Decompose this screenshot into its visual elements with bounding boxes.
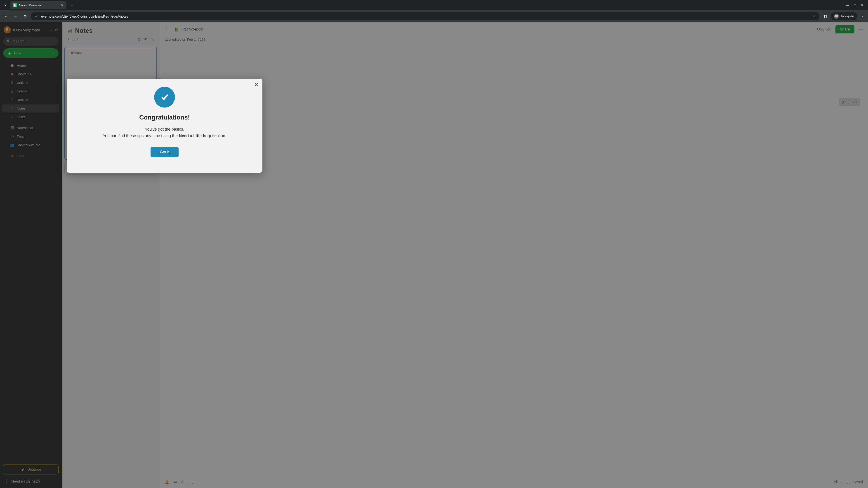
url-text: evernote.com/client/web?login=true&newRe… <box>41 14 128 18</box>
modal-line1: You've got the basics. <box>145 126 184 133</box>
forward-button[interactable]: → <box>12 12 20 20</box>
window-controls: ― □ ✕ <box>846 3 867 7</box>
window-close-button[interactable]: ✕ <box>861 3 864 7</box>
reload-button[interactable]: ⟳ <box>21 12 29 20</box>
window-minimize-button[interactable]: ― <box>846 3 849 7</box>
modal-title: Congratulations! <box>139 114 190 121</box>
site-info-icon[interactable]: ≡ <box>34 14 38 19</box>
onboarding-complete-modal: ✕ Congratulations! You've got the basics… <box>67 78 262 173</box>
window-maximize-button[interactable]: □ <box>854 3 856 7</box>
incognito-icon <box>834 14 839 19</box>
incognito-label: Incognito <box>841 14 854 18</box>
tab-close-icon[interactable]: ✕ <box>61 3 64 7</box>
side-panel-button[interactable]: ◧ <box>821 12 829 20</box>
browser-tab[interactable]: Notes - Evernote ✕ <box>10 1 66 9</box>
got-it-label: Got it <box>160 150 169 154</box>
new-tab-button[interactable]: ＋ <box>69 2 75 8</box>
browser-menu-button[interactable]: ⋮ <box>859 14 866 19</box>
modal-close-button[interactable]: ✕ <box>254 82 258 88</box>
app-viewport: B b93b1c4d@mood… ⌄ ⚙ 🔍 Search ＋ New ⌄ 🏠 … <box>0 22 868 488</box>
back-button[interactable]: ← <box>2 12 10 20</box>
browser-toolbar: ← → ⟳ ≡ evernote.com/client/web?login=tr… <box>0 10 868 22</box>
tab-search-button[interactable]: ▾ <box>1 1 9 9</box>
bookmark-star-icon[interactable]: ☆ <box>812 14 816 19</box>
browser-chrome: ▾ Notes - Evernote ✕ ＋ ― □ ✕ ← → ⟳ ≡ eve… <box>0 0 868 22</box>
evernote-favicon-icon <box>13 3 17 7</box>
got-it-button[interactable]: Got it <box>151 147 179 157</box>
incognito-indicator[interactable]: Incognito <box>831 12 857 20</box>
check-badge-icon <box>154 87 175 107</box>
tab-title: Notes - Evernote <box>19 4 59 7</box>
address-bar[interactable]: ≡ evernote.com/client/web?login=true&new… <box>31 12 819 20</box>
modal-line2: You can find these tips any time using t… <box>103 133 226 139</box>
tab-strip: ▾ Notes - Evernote ✕ ＋ ― □ ✕ <box>0 0 868 10</box>
